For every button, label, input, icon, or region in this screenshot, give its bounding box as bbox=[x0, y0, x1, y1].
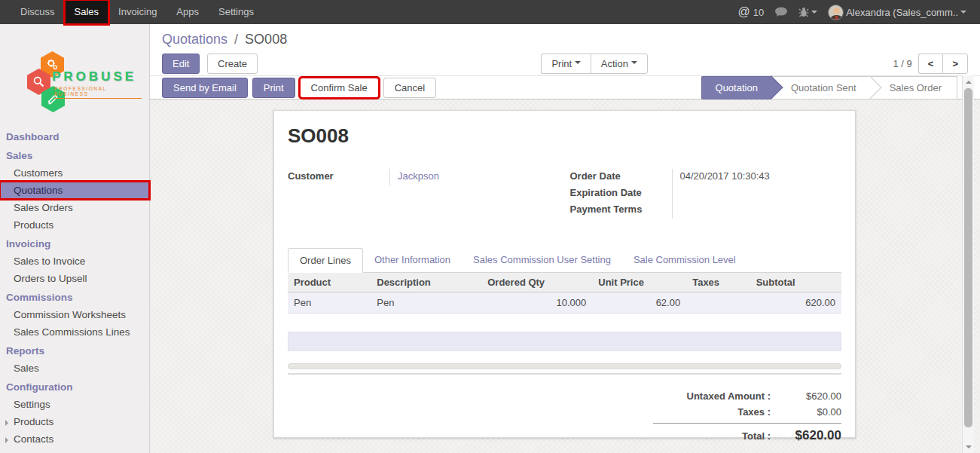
expiration-date-value bbox=[672, 185, 842, 202]
sidebar-item-sales-commissions-lines[interactable]: Sales Commissions Lines bbox=[0, 323, 149, 341]
untaxed-amount-value: $620.00 bbox=[781, 390, 841, 402]
sidebar-item-reports-sales[interactable]: Sales bbox=[0, 360, 149, 377]
sidebar-heading-configuration[interactable]: Configuration bbox=[0, 377, 149, 396]
sidebar-item-quotations[interactable]: Quotations bbox=[0, 182, 149, 199]
left-sidebar: PROBUSE PROFESSIONAL BUSINESS Dashboard … bbox=[0, 24, 150, 453]
sidebar-heading-dashboard[interactable]: Dashboard bbox=[0, 127, 149, 145]
logo-subtitle: PROFESSIONAL BUSINESS bbox=[54, 86, 142, 99]
print-label: Print bbox=[551, 58, 572, 69]
sidebar-item-orders-to-upsell[interactable]: Orders to Upsell bbox=[0, 270, 149, 287]
tab-sale-commission-level[interactable]: Sale Commission Level bbox=[622, 248, 747, 273]
sidebar-heading-reports[interactable]: Reports bbox=[0, 341, 149, 360]
table-row[interactable]: Pen Pen 10.000 62.00 620.00 bbox=[288, 292, 841, 314]
sidebar-item-label: Contacts bbox=[14, 433, 53, 445]
mentions-counter[interactable]: @ 10 bbox=[737, 5, 764, 19]
customer-value[interactable]: Jackpson bbox=[389, 169, 560, 185]
sidebar-heading-sales[interactable]: Sales bbox=[0, 145, 149, 164]
print-dropdown[interactable]: Print bbox=[541, 54, 590, 74]
table-header-row: Product Description Ordered Qty Unit Pri… bbox=[288, 273, 841, 292]
caret-right-icon bbox=[5, 420, 11, 426]
cell-taxes bbox=[686, 292, 750, 314]
field-groups: Customer Jackpson Order Date 04/20/2017 … bbox=[288, 169, 841, 219]
cell-description: Pen bbox=[371, 292, 481, 314]
tab-order-lines[interactable]: Order Lines bbox=[288, 248, 363, 273]
untaxed-amount-label: Untaxed Amount : bbox=[653, 390, 781, 402]
payment-terms-value bbox=[672, 202, 842, 219]
navbar-systray: @ 10 Alexandr bbox=[737, 0, 980, 24]
breadcrumb: Quotations / SO008 bbox=[150, 24, 980, 47]
scroll-up-icon[interactable] bbox=[963, 76, 974, 87]
scrollbar-thumb[interactable] bbox=[964, 88, 972, 427]
nav-discuss[interactable]: Discuss bbox=[11, 0, 65, 24]
edit-button[interactable]: Edit bbox=[162, 54, 200, 74]
breadcrumb-quotations[interactable]: Quotations bbox=[162, 32, 227, 47]
sidebar-item-customers[interactable]: Customers bbox=[0, 164, 149, 182]
taxes-label: Taxes : bbox=[653, 406, 781, 418]
page-title: SO008 bbox=[288, 124, 841, 148]
breadcrumb-current: SO008 bbox=[245, 32, 287, 47]
scroll-down-icon[interactable] bbox=[963, 441, 974, 452]
action-label: Action bbox=[601, 58, 628, 69]
empty-section-band bbox=[288, 332, 841, 351]
debug-menu-button[interactable] bbox=[798, 7, 817, 17]
tab-other-information[interactable]: Other Information bbox=[363, 248, 462, 273]
form-view: Send by Email Print Confirm Sale Cancel … bbox=[150, 75, 980, 453]
nav-settings[interactable]: Settings bbox=[209, 0, 264, 24]
total-value: $620.00 bbox=[781, 428, 841, 443]
confirm-sale-button[interactable]: Confirm Sale bbox=[300, 78, 379, 98]
action-dropdown[interactable]: Action bbox=[591, 54, 648, 74]
sidebar-item-sales-to-invoice[interactable]: Sales to Invoice bbox=[0, 253, 149, 270]
control-panel: Quotations / SO008 Edit Create Print Act… bbox=[150, 24, 980, 75]
totals-block: Untaxed Amount : $620.00 Taxes : $0.00 T… bbox=[653, 388, 841, 445]
caret-down-icon bbox=[575, 61, 581, 67]
form-statusbar: Send by Email Print Confirm Sale Cancel … bbox=[150, 75, 980, 99]
col-unit-price: Unit Price bbox=[592, 273, 686, 292]
sidebar-heading-commissions[interactable]: Commissions bbox=[0, 287, 149, 306]
status-step-sales-order[interactable]: Sales Order bbox=[870, 76, 957, 99]
col-description: Description bbox=[371, 273, 481, 292]
control-panel-buttons: Edit Create Print Action 1 / 9 bbox=[150, 54, 980, 74]
payment-terms-label: Payment Terms bbox=[570, 202, 672, 219]
status-pipeline: Quotation Quotation Sent Sales Order bbox=[701, 76, 957, 99]
document-sheet: SO008 Customer Jackpson Order Date 04/20… bbox=[273, 110, 856, 438]
sidebar-item-commission-worksheets[interactable]: Commission Worksheets bbox=[0, 306, 149, 323]
col-taxes: Taxes bbox=[686, 273, 750, 292]
tab-sales-commission-user-setting[interactable]: Sales Commission User Setting bbox=[462, 248, 622, 273]
user-name: Alexandra (Sales_comm.. bbox=[846, 7, 958, 18]
chat-bubble-icon bbox=[774, 7, 788, 17]
sidebar-item-config-products[interactable]: Products bbox=[0, 413, 149, 430]
status-step-quotation[interactable]: Quotation bbox=[701, 76, 771, 99]
expiration-date-label: Expiration Date bbox=[570, 185, 672, 202]
sidebar-item-config-contacts[interactable]: Contacts bbox=[0, 430, 149, 448]
taxes-value: $0.00 bbox=[781, 406, 841, 418]
cancel-button[interactable]: Cancel bbox=[383, 78, 436, 98]
sidebar-item-products[interactable]: Products bbox=[0, 216, 149, 234]
messages-button[interactable] bbox=[774, 7, 788, 17]
user-menu[interactable]: Alexandra (Sales_comm.. bbox=[828, 5, 966, 20]
nav-invoicing[interactable]: Invoicing bbox=[108, 0, 166, 24]
pager-next-button[interactable]: > bbox=[942, 54, 968, 74]
col-ordered-qty: Ordered Qty bbox=[481, 273, 592, 292]
sidebar-item-config-settings[interactable]: Settings bbox=[0, 396, 149, 413]
vertical-scrollbar[interactable] bbox=[962, 75, 974, 453]
caret-right-icon bbox=[5, 437, 11, 443]
create-button[interactable]: Create bbox=[207, 54, 258, 74]
logo-title: PROBUSE bbox=[52, 69, 136, 84]
nav-apps[interactable]: Apps bbox=[166, 0, 209, 24]
pager-previous-button[interactable]: < bbox=[918, 54, 943, 74]
horizontal-scrollbar[interactable] bbox=[288, 363, 841, 369]
sidebar-heading-invoicing[interactable]: Invoicing bbox=[0, 234, 149, 253]
top-navbar: Discuss Sales Invoicing Apps Settings @ … bbox=[0, 0, 980, 24]
nav-sales[interactable]: Sales bbox=[65, 0, 109, 24]
send-by-email-button[interactable]: Send by Email bbox=[162, 78, 248, 98]
bug-icon bbox=[798, 7, 809, 17]
col-product: Product bbox=[288, 273, 371, 292]
sidebar-item-sales-teams[interactable]: Sales Teams bbox=[0, 448, 149, 453]
order-lines-table: Product Description Ordered Qty Unit Pri… bbox=[288, 273, 841, 314]
notebook-tabs: Order Lines Other Information Sales Comm… bbox=[288, 247, 841, 273]
order-date-label: Order Date bbox=[570, 169, 672, 185]
sidebar-item-sales-orders[interactable]: Sales Orders bbox=[0, 199, 149, 216]
status-step-quotation-sent[interactable]: Quotation Sent bbox=[771, 76, 870, 99]
caret-down-icon bbox=[960, 11, 966, 17]
print-button[interactable]: Print bbox=[252, 78, 295, 98]
